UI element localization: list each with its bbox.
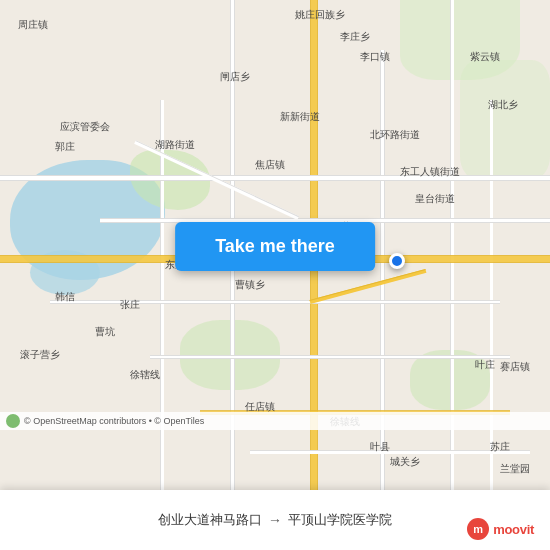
place-label-ziyun: 紫云镇 (470, 50, 500, 63)
place-label-huangtai: 皇台街道 (415, 192, 455, 205)
place-label-saidian: 赛店镇 (500, 360, 530, 373)
road-vertical-6 (490, 100, 493, 490)
place-label-zhangzhuang: 张庄 (120, 298, 140, 311)
place-label-lanzhuang: 兰堂园 (500, 462, 530, 475)
destination-label: 平顶山学院医学院 (288, 511, 392, 529)
place-label-yanzhuang: 姚庄回族乡 (295, 8, 345, 21)
road-horizontal-4 (50, 300, 500, 304)
moovit-text: moovit (493, 522, 534, 537)
place-label-yinbin: 应滨管委会 (60, 120, 110, 133)
place-label-hanzhen: 韩信 (55, 290, 75, 303)
place-label-huibei: 湖北乡 (488, 98, 518, 111)
road-horizontal-7 (250, 450, 530, 454)
map-container: 周庄镇姚庄回族乡李口镇紫云镇李庄乡闸店乡应滨管委会湖路街道新新街道北环路街道湖北… (0, 0, 550, 490)
place-label-donggong: 东工人镇街道 (400, 165, 460, 178)
place-label-zhouzhuzhen: 周庄镇 (18, 18, 48, 31)
place-label-caokeng: 曹坑 (95, 325, 115, 338)
green-area-3 (460, 60, 550, 180)
place-label-beihuan: 北环路街道 (370, 128, 420, 141)
road-horizontal-5 (150, 355, 510, 359)
road-vertical-4 (160, 100, 164, 490)
place-label-likou: 李口镇 (360, 50, 390, 63)
info-bar: 创业大道神马路口 → 平顶山学院医学院 m moovit (0, 490, 550, 550)
place-label-chengguan: 城关乡 (390, 455, 420, 468)
map-attribution: © OpenStreetMap contributors • © OpenTil… (0, 412, 550, 430)
place-label-caozhen: 曹镇乡 (235, 278, 265, 291)
place-label-jiandianwei: 闸店乡 (220, 70, 250, 83)
place-label-yexian: 叶县 (370, 440, 390, 453)
place-label-lijiaxiang: 李庄乡 (340, 30, 370, 43)
origin-label: 创业大道神马路口 (158, 511, 262, 529)
moovit-icon: m (467, 518, 489, 540)
arrow-icon: → (268, 512, 282, 528)
place-label-xinxinjiedao: 新新街道 (280, 110, 320, 123)
place-label-guozhen: 郭庄 (55, 140, 75, 153)
road-horizontal-1 (0, 175, 550, 181)
osm-logo-icon (6, 414, 20, 428)
take-me-there-button[interactable]: Take me there (175, 222, 375, 271)
place-label-gunying: 滚子营乡 (20, 348, 60, 361)
place-label-jiaohezhen: 焦店镇 (255, 158, 285, 171)
place-label-hulujiedao: 湖路街道 (155, 138, 195, 151)
place-label-xuxian: 徐辖线 (130, 368, 160, 381)
place-label-suhe: 苏庄 (490, 440, 510, 453)
place-label-yezhuang: 叶庄 (475, 358, 495, 371)
location-marker (389, 253, 405, 269)
moovit-logo: m moovit (467, 518, 534, 540)
attribution-text: © OpenStreetMap contributors • © OpenTil… (24, 416, 204, 426)
